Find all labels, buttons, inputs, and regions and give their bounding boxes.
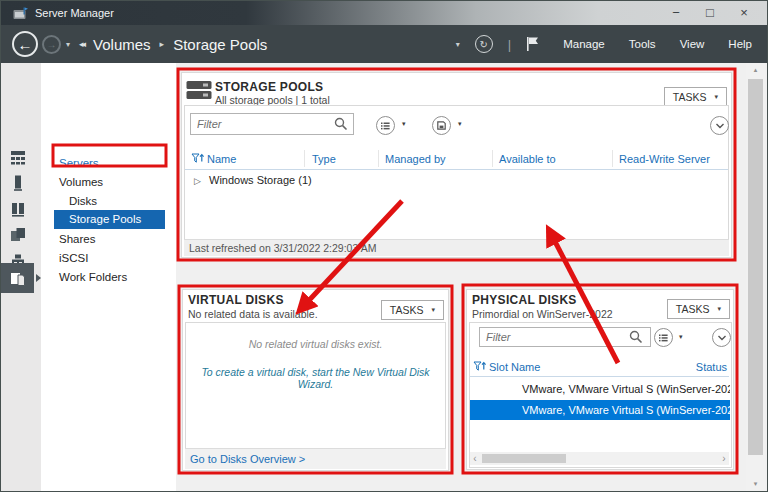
close-button[interactable]: × — [727, 1, 761, 25]
tasks-label: TASKS — [676, 303, 710, 315]
scroll-up-icon[interactable]: ▴ — [746, 66, 765, 74]
save-query-button[interactable] — [432, 116, 451, 135]
column-slot[interactable]: Slot — [489, 361, 508, 373]
server-manager-window: Server Manager − □ × ← → ▾ ◂◂ Volumes ▸ … — [0, 0, 768, 492]
panel-subtitle: No related data is available. — [188, 308, 318, 320]
wizard-hint-message: To create a virtual disk, start the New … — [187, 366, 444, 390]
column-type[interactable]: Type — [312, 153, 336, 165]
forward-button[interactable]: → — [42, 35, 61, 54]
scrollbar-thumb[interactable] — [748, 79, 763, 455]
sidebar-item-storage-pools[interactable]: Storage Pools — [54, 210, 165, 229]
sidebar-item-shares[interactable]: Shares — [41, 230, 176, 249]
manageability-icon[interactable] — [1, 223, 34, 247]
sort-filter-icon[interactable] — [473, 360, 486, 373]
side-navigation: Servers Volumes Disks Storage Pools Shar… — [41, 63, 176, 491]
forward-arrow-icon: → — [47, 39, 57, 50]
scroll-left-icon[interactable]: ‹ — [470, 452, 480, 465]
storage-pools-icon — [186, 80, 212, 101]
sidebar-item-work-folders[interactable]: Work Folders — [41, 268, 176, 287]
menu-tools[interactable]: Tools — [624, 38, 661, 50]
storage-pools-tasks-button[interactable]: TASKS ▾ — [664, 87, 727, 107]
nav-divider: | — [508, 37, 511, 52]
column-name[interactable]: Name — [511, 361, 540, 373]
vertical-scrollbar[interactable]: ▴ ▾ — [746, 63, 765, 491]
physical-disks-tasks-button[interactable]: TASKS ▾ — [667, 299, 730, 319]
chevron-down-icon[interactable]: ▾ — [458, 120, 462, 128]
icon-rail — [1, 63, 42, 491]
collapse-panel-button[interactable] — [712, 328, 731, 347]
column-managed-by[interactable]: Managed by — [385, 153, 446, 165]
virtual-disks-footer: Go to Disks Overview > — [185, 448, 446, 469]
panel-title: PHYSICAL DISKS — [472, 293, 577, 307]
notifications-flag-icon[interactable] — [526, 36, 539, 52]
chevron-down-icon: ▾ — [714, 93, 718, 101]
sidebar-item-servers[interactable]: Servers — [41, 154, 176, 173]
empty-message: No related virtual disks exist. — [183, 338, 448, 350]
collapse-panel-button[interactable] — [710, 116, 729, 135]
sidebar-item-volumes[interactable]: Volumes — [41, 173, 176, 192]
refresh-dropdown-icon[interactable]: ▾ — [456, 40, 460, 49]
storage-pool-row[interactable]: Windows Storage (1) — [209, 174, 312, 186]
history-dropdown-icon[interactable]: ▾ — [66, 40, 70, 49]
search-icon[interactable] — [334, 117, 348, 131]
file-and-storage-services-icon[interactable] — [1, 263, 34, 293]
list-view-button[interactable] — [376, 116, 395, 135]
breadcrumb-back-icon[interactable]: ◂◂ — [79, 39, 84, 49]
virtual-disks-panel: VIRTUAL DISKS No related data is availab… — [182, 289, 449, 471]
local-server-icon[interactable] — [1, 171, 34, 195]
scrollbar-thumb[interactable] — [482, 454, 566, 463]
column-read-write-server[interactable]: Read-Write Server — [619, 153, 710, 165]
maximize-button[interactable]: □ — [693, 1, 727, 25]
column-name[interactable]: Name — [207, 153, 236, 165]
chevron-down-icon: ▾ — [431, 306, 435, 314]
list-view-button[interactable] — [654, 328, 673, 347]
tasks-label: TASKS — [390, 304, 424, 316]
search-icon[interactable] — [629, 330, 643, 344]
expand-row-icon[interactable]: ▷ — [194, 176, 201, 186]
breadcrumb-item-storage-pools[interactable]: Storage Pools — [173, 36, 267, 53]
horizontal-scrollbar[interactable]: ‹ › — [470, 452, 729, 465]
dashboard-icon[interactable] — [1, 145, 34, 169]
server-manager-app-icon — [13, 7, 28, 20]
breadcrumb: ◂◂ Volumes ▸ Storage Pools — [79, 25, 267, 63]
sidebar-item-disks[interactable]: Disks — [41, 192, 176, 211]
navigation-bar: ← → ▾ ◂◂ Volumes ▸ Storage Pools ▾ ↻ | M… — [1, 25, 767, 63]
sort-filter-icon[interactable] — [191, 152, 204, 165]
physical-disks-panel: PHYSICAL DISKS Primordial on WinServer-2… — [466, 289, 734, 470]
menu-manage[interactable]: Manage — [558, 38, 610, 50]
panel-title: VIRTUAL DISKS — [188, 293, 284, 307]
back-arrow-icon: ← — [18, 36, 33, 53]
all-servers-icon[interactable] — [1, 197, 34, 221]
panel-title: STORAGE POOLS — [215, 80, 323, 94]
virtual-disks-tasks-button[interactable]: TASKS ▾ — [381, 300, 444, 320]
back-button[interactable]: ← — [12, 31, 38, 57]
scroll-down-icon[interactable]: ▾ — [746, 480, 765, 488]
refresh-icon: ↻ — [480, 39, 488, 50]
scroll-right-icon[interactable]: › — [719, 452, 729, 465]
last-refreshed-status: Last refreshed on 3/31/2022 2:29:03 AM — [184, 239, 729, 256]
minimize-button[interactable]: − — [659, 1, 693, 25]
column-available-to[interactable]: Available to — [499, 153, 556, 165]
chevron-down-icon[interactable]: ▾ — [402, 120, 406, 128]
chevron-down-icon: ▾ — [717, 305, 721, 313]
menu-help[interactable]: Help — [723, 38, 757, 50]
refresh-button[interactable]: ↻ — [475, 35, 493, 53]
chevron-down-icon[interactable]: ▾ — [679, 333, 683, 341]
menu-view[interactable]: View — [675, 38, 710, 50]
sidebar-item-iscsi[interactable]: iSCSI — [41, 249, 176, 268]
storage-pools-panel: STORAGE POOLS All storage pools | 1 tota… — [181, 72, 732, 258]
physical-disks-filter-input[interactable] — [479, 327, 651, 347]
panel-subtitle: Primordial on WinServer-2022 — [472, 308, 613, 320]
physical-disk-row-selected[interactable]: VMware, VMware Virtual S (WinServer-2022… — [470, 400, 730, 420]
column-status[interactable]: Status — [696, 361, 727, 373]
breadcrumb-separator-icon: ▸ — [160, 39, 165, 49]
storage-pools-filter-input[interactable] — [190, 113, 354, 135]
tasks-label: TASKS — [673, 91, 707, 103]
breadcrumb-item-volumes[interactable]: Volumes — [93, 36, 151, 53]
go-to-disks-overview-link[interactable]: Go to Disks Overview > — [190, 449, 305, 469]
window-title: Server Manager — [35, 7, 114, 19]
title-bar: Server Manager − □ × — [1, 1, 767, 25]
physical-disk-row[interactable]: VMware, VMware Virtual S (WinServer-2022… — [470, 379, 730, 399]
